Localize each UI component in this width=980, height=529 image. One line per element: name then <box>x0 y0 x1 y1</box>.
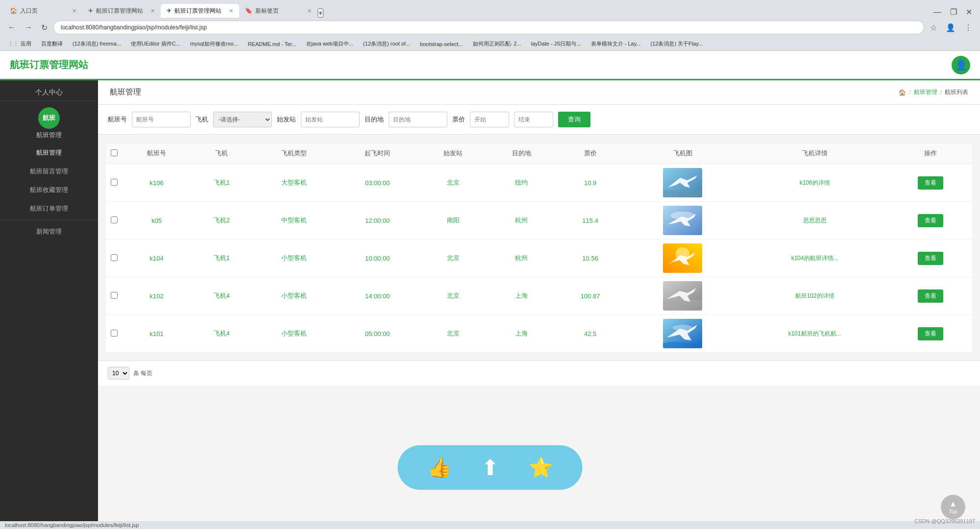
flight-no-input[interactable] <box>132 112 191 127</box>
row-checkbox[interactable] <box>111 254 118 261</box>
detail-link[interactable]: k101航班的飞机航... <box>788 330 841 337</box>
cell-from: 北京 <box>419 164 487 202</box>
view-button[interactable]: 查看 <box>918 176 943 190</box>
price-end-input[interactable] <box>514 112 553 127</box>
select-all-checkbox[interactable] <box>111 149 118 156</box>
th-action: 操作 <box>889 143 972 164</box>
detail-link[interactable]: k106的详情 <box>800 179 830 186</box>
feedback-share[interactable]: ⬆ <box>466 450 514 485</box>
tab-close-0[interactable]: ✕ <box>72 8 76 14</box>
user-avatar[interactable]: 👤 <box>952 56 970 74</box>
bookmark-star[interactable]: ☆ <box>927 22 940 33</box>
sidebar-flight-management[interactable]: 航班 航班管理 <box>0 101 98 144</box>
from-input[interactable] <box>301 112 360 127</box>
table-row: k104 飞机1 小型客机 10:00:00 北京 杭州 10.56 <box>106 240 972 277</box>
restore-button[interactable]: ❐ <box>947 6 960 18</box>
plane-select[interactable]: -请选择- 飞机1 飞机2 飞机3 飞机4 <box>213 112 272 127</box>
sidebar-item-flight-fav[interactable]: 航班收藏管理 <box>0 181 98 199</box>
page-size-select[interactable]: 10 20 50 <box>108 367 129 380</box>
sidebar-item-flight-mgmt[interactable]: 航班管理 <box>0 144 98 162</box>
th-plane-img: 飞机图 <box>625 143 740 164</box>
bookmark-root[interactable]: (12条消息) root of... <box>360 39 413 48</box>
bookmark-bootstrap[interactable]: bootstrap-select... <box>417 40 466 48</box>
th-to: 目的地 <box>488 143 556 164</box>
bookmark-apps[interactable]: ⋮⋮ 应用 <box>5 39 34 48</box>
row-checkbox[interactable] <box>111 330 118 337</box>
row-checkbox-cell <box>106 202 122 240</box>
tab-close-1[interactable]: ✕ <box>150 8 155 14</box>
bookmark-java[interactable]: 在java web项目中... <box>303 39 357 48</box>
cell-price: 115.4 <box>556 202 625 240</box>
th-flight-no: 航班号 <box>122 143 191 164</box>
forward-button[interactable]: → <box>22 22 35 33</box>
like-icon: 👍 <box>427 456 452 479</box>
bookmark-ueditor[interactable]: 使用UEditor 插件C... <box>128 39 183 48</box>
content-header: 航班管理 🏠 / 航班管理 / 航班列表 <box>98 80 980 105</box>
view-button[interactable]: 查看 <box>918 214 943 227</box>
row-checkbox-cell <box>106 240 122 277</box>
tab-close-3[interactable]: ✕ <box>307 8 312 14</box>
breadcrumb-parent[interactable]: 航班管理 <box>914 88 937 96</box>
bookmark-layform[interactable]: 表单模块文介 - Lay... <box>588 39 644 48</box>
search-button[interactable]: 查询 <box>558 112 590 127</box>
cell-action: 查看 <box>889 240 972 277</box>
view-button[interactable]: 查看 <box>918 327 943 340</box>
user-profile-button[interactable]: 👤 <box>943 22 958 33</box>
table-row: k05 飞机2 中型客机 12:00:00 南阳 杭州 115.4 <box>106 202 972 240</box>
sidebar-news[interactable]: 新闻管理 <box>0 222 98 241</box>
bookmark-baidu[interactable]: 百度翻译 <box>38 39 66 48</box>
cell-price: 100.87 <box>556 277 625 315</box>
sidebar-item-flight-msg[interactable]: 航班留言管理 <box>0 162 98 181</box>
tab-2[interactable]: ✈ 航班订票管理网站 ✕ <box>161 4 239 18</box>
close-window-button[interactable]: ✕ <box>963 6 975 18</box>
feedback-star[interactable]: ⭐ <box>514 451 568 484</box>
back-button[interactable]: ← <box>5 22 19 33</box>
sidebar-divider <box>0 220 98 220</box>
cell-action: 查看 <box>889 277 972 315</box>
page-title: 航班管理 <box>110 87 141 97</box>
tab-3[interactable]: 🔖 新标签页 ✕ <box>239 4 318 18</box>
tab-label-0: 入口页 <box>20 7 38 15</box>
cell-from: 北京 <box>419 277 487 315</box>
detail-link[interactable]: 思思思思 <box>803 217 827 224</box>
cell-depart-time: 05:00:00 <box>336 315 419 353</box>
tab-0[interactable]: 🏠 入口页 ✕ <box>4 4 82 18</box>
bookmark-regex[interactable]: 如何用正则匹配- 2... <box>470 39 524 48</box>
bookmark-freema[interactable]: (12条消息) freema... <box>70 39 124 48</box>
menu-button[interactable]: ⋮ <box>961 22 975 33</box>
breadcrumb-sep-1: / <box>909 89 910 96</box>
cell-to: 上海 <box>488 315 556 353</box>
cell-plane-type: 大型客机 <box>252 164 336 202</box>
tab-1[interactable]: ✈ 航班订票管理网站 ✕ <box>82 4 161 18</box>
cell-to: 纽约 <box>488 164 556 202</box>
cell-price: 10.56 <box>556 240 625 277</box>
bookmark-laydate[interactable]: layDate - JS日期与... <box>528 39 584 48</box>
breadcrumb-home[interactable]: 🏠 <box>899 89 906 96</box>
flight-table: 航班号 飞机 飞机类型 起飞时间 始发站 目的地 票价 飞机图 飞机详情 操作 <box>106 143 972 353</box>
to-input[interactable] <box>389 112 447 127</box>
top-button[interactable]: ▲ Top <box>941 495 965 519</box>
svg-rect-1 <box>663 190 702 197</box>
bookmark-readme[interactable]: README.md - Ter... <box>245 40 299 48</box>
price-start-input[interactable] <box>470 112 509 127</box>
detail-link[interactable]: 航班102的详情 <box>795 292 834 299</box>
row-checkbox[interactable] <box>111 292 118 299</box>
app-header: 航班订票管理网站 👤 <box>0 51 980 80</box>
bookmark-flay[interactable]: (12条消息) 关于Flay... <box>648 39 706 48</box>
view-button[interactable]: 查看 <box>918 289 943 303</box>
reload-button[interactable]: ↻ <box>38 22 50 33</box>
bookmark-mysql[interactable]: mysql如何修改roo... <box>187 39 241 48</box>
page-size-label: 条 每页 <box>133 369 152 378</box>
address-input[interactable] <box>53 21 924 34</box>
cell-from: 北京 <box>419 315 487 353</box>
feedback-like[interactable]: 👍 <box>413 451 466 484</box>
row-checkbox[interactable] <box>111 216 118 223</box>
row-checkbox[interactable] <box>111 179 118 186</box>
status-bar: localhost:8080/hangbandingpiao/jsp/modul… <box>0 521 980 529</box>
tab-close-2[interactable]: ✕ <box>229 8 233 14</box>
detail-link[interactable]: k104的航班详情... <box>791 255 838 262</box>
minimize-button[interactable]: — <box>931 7 944 18</box>
view-button[interactable]: 查看 <box>918 252 943 265</box>
new-tab-button[interactable]: + <box>318 8 323 18</box>
sidebar-item-flight-order[interactable]: 航班订单管理 <box>0 199 98 218</box>
